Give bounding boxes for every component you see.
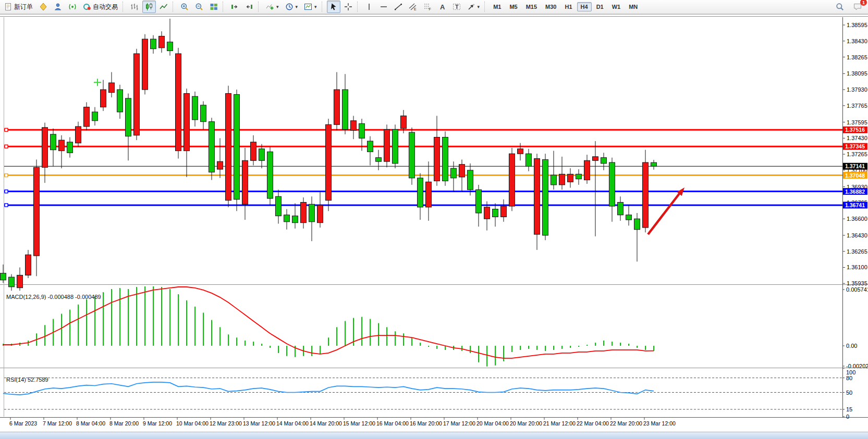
candle-body[interactable] (459, 165, 465, 177)
candle-body[interactable] (1, 273, 6, 280)
time-axis-label[interactable]: 10 Mar 04:00 (176, 420, 209, 427)
candle-body[interactable] (584, 160, 590, 180)
candle-body[interactable] (34, 167, 40, 256)
candle-body[interactable] (242, 160, 248, 204)
time-axis-label[interactable]: 7 Mar 12:00 (43, 420, 72, 427)
candle-body[interactable] (493, 209, 498, 217)
new-order-button[interactable]: 新订单 (2, 1, 35, 13)
candle-body[interactable] (84, 107, 90, 127)
candle-body[interactable] (526, 154, 532, 166)
hline-anchor-handle[interactable] (5, 190, 8, 193)
candle-body[interactable] (359, 123, 365, 138)
candle-body[interactable] (159, 36, 165, 47)
time-axis-label[interactable]: 6 Mar 2023 (9, 420, 37, 427)
time-axis-label[interactable]: 23 Mar 12:00 (643, 420, 676, 427)
candle-body[interactable] (409, 132, 415, 178)
time-axis-label[interactable]: 13 Mar 12:00 (243, 420, 275, 427)
candle-body[interactable] (309, 204, 315, 222)
bar-chart-button[interactable] (128, 1, 141, 13)
candle-body[interactable] (634, 219, 640, 230)
candle-body[interactable] (209, 122, 215, 172)
candle-body[interactable] (401, 116, 407, 128)
candle-body[interactable] (509, 154, 515, 206)
trendline-button[interactable] (392, 1, 405, 13)
vertical-line-button[interactable] (362, 1, 376, 13)
candle-body[interactable] (292, 216, 298, 223)
candle-body[interactable] (9, 277, 15, 287)
candle-body[interactable] (551, 175, 557, 185)
candle-body[interactable] (17, 275, 23, 287)
text-button[interactable]: A (435, 1, 449, 13)
hline-anchor-handle[interactable] (5, 145, 8, 148)
candle-body[interactable] (609, 162, 615, 206)
time-axis-label[interactable]: 9 Mar 12:00 (143, 420, 172, 427)
timeframe-m5-button[interactable]: M5 (506, 2, 521, 11)
candle-body[interactable] (376, 158, 382, 161)
candle-body[interactable] (343, 90, 348, 129)
candle-body[interactable] (151, 39, 156, 49)
candle-body[interactable] (626, 215, 632, 220)
candle-body[interactable] (51, 134, 56, 150)
cursor-button[interactable] (327, 1, 340, 13)
candle-body[interactable] (26, 255, 31, 275)
text-label-button[interactable]: T (450, 1, 463, 13)
candle-body[interactable] (593, 157, 598, 160)
candle-body[interactable] (109, 83, 115, 93)
candle-body[interactable] (501, 206, 507, 217)
periods-button[interactable]: ▾ (283, 1, 301, 13)
indicators-button[interactable]: ▾ (263, 1, 282, 13)
time-axis-label[interactable]: 8 Mar 04:00 (76, 420, 105, 427)
candle-body[interactable] (651, 162, 657, 166)
timeframe-h4-button[interactable]: H4 (577, 2, 592, 11)
timeframe-m30-button[interactable]: M30 (542, 2, 560, 11)
candle-body[interactable] (568, 174, 573, 182)
candle-body[interactable] (468, 170, 473, 190)
candle-body[interactable] (284, 215, 290, 222)
candle-body[interactable] (601, 158, 607, 164)
data-window-button[interactable] (51, 1, 65, 13)
crosshair-button[interactable] (341, 1, 355, 13)
candle-body[interactable] (134, 54, 140, 135)
dropdown-caret-icon[interactable]: ▾ (296, 4, 298, 9)
time-axis-label[interactable]: 16 Mar 04:00 (376, 420, 409, 427)
time-axis-label[interactable]: 16 Mar 20:00 (410, 420, 442, 427)
hline-anchor-handle[interactable] (5, 174, 8, 177)
candle-body[interactable] (418, 178, 423, 207)
candle-body[interactable] (226, 94, 231, 200)
candle-body[interactable] (476, 190, 482, 213)
timeframe-w1-button[interactable]: W1 (608, 2, 625, 11)
time-axis-label[interactable]: 22 Mar 04:00 (577, 420, 609, 427)
timeframe-mn-button[interactable]: MN (625, 2, 641, 11)
candle-body[interactable] (368, 141, 373, 152)
candle-body[interactable] (543, 159, 548, 235)
candle-body[interactable] (434, 137, 440, 181)
chart-shift-button[interactable] (242, 1, 256, 13)
candle-body[interactable] (167, 42, 173, 51)
zoom-in-button[interactable] (178, 1, 191, 13)
dropdown-caret-icon[interactable]: ▾ (276, 4, 279, 9)
candle-body[interactable] (184, 94, 190, 151)
candle-body[interactable] (92, 112, 98, 121)
notifications-button[interactable]: 1 (851, 1, 864, 13)
horizontal-line-button[interactable] (377, 1, 390, 13)
candle-body[interactable] (42, 128, 48, 167)
candle-body[interactable] (534, 159, 540, 235)
fibonacci-button[interactable]: F (421, 1, 434, 13)
dropdown-caret-icon[interactable]: ▾ (314, 4, 317, 9)
candle-body[interactable] (234, 94, 240, 199)
hline-anchor-handle[interactable] (5, 204, 8, 207)
time-axis-label[interactable]: 14 Mar 20:00 (310, 420, 342, 427)
candle-body[interactable] (334, 90, 340, 124)
candle-body[interactable] (317, 205, 323, 223)
time-axis-label[interactable]: 20 Mar 04:00 (476, 420, 509, 427)
time-axis-label[interactable]: 17 Mar 12:00 (443, 420, 475, 427)
timeframe-m15-button[interactable]: M15 (522, 2, 541, 11)
time-axis-label[interactable]: 12 Mar 23:00 (210, 420, 242, 427)
candle-body[interactable] (426, 182, 432, 207)
auto-scroll-button[interactable] (228, 1, 241, 13)
search-button[interactable] (833, 1, 847, 13)
candle-body[interactable] (393, 130, 398, 164)
timeframe-d1-button[interactable]: D1 (593, 2, 607, 11)
candle-body[interactable] (384, 130, 390, 162)
timeframe-m1-button[interactable]: M1 (490, 2, 505, 11)
